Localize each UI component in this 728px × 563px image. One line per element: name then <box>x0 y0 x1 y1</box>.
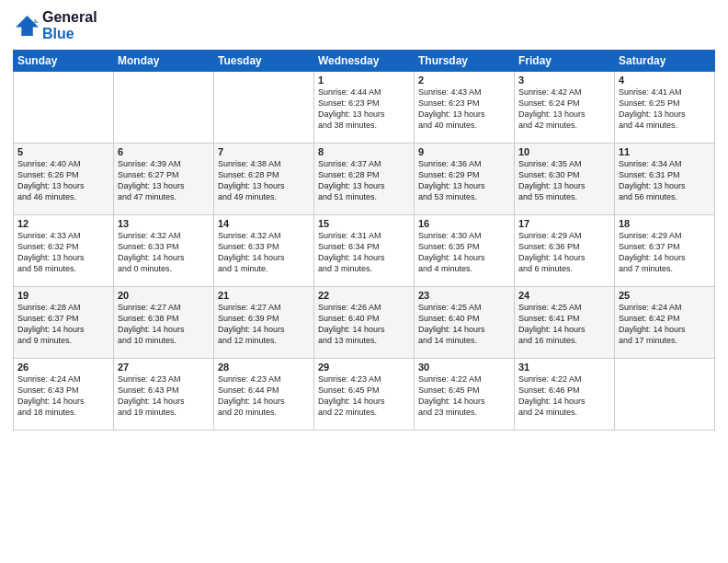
day-number: 20 <box>118 290 210 301</box>
day-info: Sunrise: 4:33 AM Sunset: 6:32 PM Dayligh… <box>17 230 109 275</box>
weekday-header-sunday: Sunday <box>14 51 114 72</box>
day-number: 21 <box>218 290 310 301</box>
day-info: Sunrise: 4:25 AM Sunset: 6:41 PM Dayligh… <box>518 302 610 347</box>
calendar-cell: 7Sunrise: 4:38 AM Sunset: 6:28 PM Daylig… <box>214 144 314 215</box>
calendar-table: SundayMondayTuesdayWednesdayThursdayFrid… <box>13 50 715 431</box>
day-number: 27 <box>118 362 210 373</box>
day-number: 10 <box>518 146 610 157</box>
calendar-cell: 3Sunrise: 4:42 AM Sunset: 6:24 PM Daylig… <box>515 72 615 144</box>
day-info: Sunrise: 4:22 AM Sunset: 6:46 PM Dayligh… <box>518 373 610 419</box>
week-row-5: 26Sunrise: 4:24 AM Sunset: 6:43 PM Dayli… <box>14 359 715 431</box>
weekday-header-saturday: Saturday <box>615 51 715 72</box>
day-number: 25 <box>619 290 711 301</box>
day-number: 6 <box>118 146 210 157</box>
day-number: 12 <box>17 218 109 229</box>
week-row-2: 5Sunrise: 4:40 AM Sunset: 6:26 PM Daylig… <box>14 144 715 215</box>
day-number: 31 <box>518 362 610 373</box>
day-info: Sunrise: 4:29 AM Sunset: 6:36 PM Dayligh… <box>518 230 610 275</box>
day-info: Sunrise: 4:41 AM Sunset: 6:25 PM Dayligh… <box>619 86 711 132</box>
day-number: 13 <box>118 218 210 229</box>
week-row-3: 12Sunrise: 4:33 AM Sunset: 6:32 PM Dayli… <box>14 215 715 287</box>
day-info: Sunrise: 4:37 AM Sunset: 6:28 PM Dayligh… <box>318 158 410 203</box>
calendar-cell: 2Sunrise: 4:43 AM Sunset: 6:23 PM Daylig… <box>415 72 515 144</box>
day-info: Sunrise: 4:29 AM Sunset: 6:37 PM Dayligh… <box>619 230 711 275</box>
weekday-header-wednesday: Wednesday <box>314 51 415 72</box>
day-info: Sunrise: 4:27 AM Sunset: 6:39 PM Dayligh… <box>218 302 310 347</box>
day-info: Sunrise: 4:40 AM Sunset: 6:26 PM Dayligh… <box>17 158 109 203</box>
day-info: Sunrise: 4:24 AM Sunset: 6:43 PM Dayligh… <box>17 373 109 419</box>
calendar-cell: 13Sunrise: 4:32 AM Sunset: 6:33 PM Dayli… <box>114 215 214 287</box>
calendar-cell <box>214 72 314 144</box>
day-number: 24 <box>518 290 610 301</box>
logo-text: General Blue <box>42 9 97 42</box>
calendar-cell: 11Sunrise: 4:34 AM Sunset: 6:31 PM Dayli… <box>615 144 715 215</box>
day-info: Sunrise: 4:43 AM Sunset: 6:23 PM Dayligh… <box>418 86 510 132</box>
day-number: 8 <box>318 146 410 157</box>
logo: General Blue <box>13 9 97 42</box>
day-number: 22 <box>318 290 410 301</box>
calendar-cell: 16Sunrise: 4:30 AM Sunset: 6:35 PM Dayli… <box>415 215 515 287</box>
calendar-cell: 21Sunrise: 4:27 AM Sunset: 6:39 PM Dayli… <box>214 287 314 359</box>
day-number: 16 <box>418 218 510 229</box>
weekday-header-tuesday: Tuesday <box>214 51 314 72</box>
day-number: 5 <box>17 146 109 157</box>
day-info: Sunrise: 4:32 AM Sunset: 6:33 PM Dayligh… <box>118 230 210 275</box>
page: General Blue SundayMondayTuesdayWednesda… <box>0 0 728 563</box>
day-number: 17 <box>518 218 610 229</box>
day-info: Sunrise: 4:23 AM Sunset: 6:43 PM Dayligh… <box>118 373 210 419</box>
day-info: Sunrise: 4:23 AM Sunset: 6:44 PM Dayligh… <box>218 373 310 419</box>
calendar-cell: 19Sunrise: 4:28 AM Sunset: 6:37 PM Dayli… <box>14 287 114 359</box>
calendar-cell: 4Sunrise: 4:41 AM Sunset: 6:25 PM Daylig… <box>615 72 715 144</box>
calendar-cell: 10Sunrise: 4:35 AM Sunset: 6:30 PM Dayli… <box>515 144 615 215</box>
weekday-header-friday: Friday <box>515 51 615 72</box>
weekday-header-thursday: Thursday <box>415 51 515 72</box>
day-info: Sunrise: 4:27 AM Sunset: 6:38 PM Dayligh… <box>118 302 210 347</box>
weekday-header-row: SundayMondayTuesdayWednesdayThursdayFrid… <box>14 51 715 72</box>
calendar-cell: 30Sunrise: 4:22 AM Sunset: 6:45 PM Dayli… <box>415 359 515 431</box>
day-number: 2 <box>418 75 510 86</box>
day-info: Sunrise: 4:35 AM Sunset: 6:30 PM Dayligh… <box>518 158 610 203</box>
calendar-cell: 6Sunrise: 4:39 AM Sunset: 6:27 PM Daylig… <box>114 144 214 215</box>
day-number: 3 <box>518 75 610 86</box>
calendar-cell: 9Sunrise: 4:36 AM Sunset: 6:29 PM Daylig… <box>415 144 515 215</box>
week-row-1: 1Sunrise: 4:44 AM Sunset: 6:23 PM Daylig… <box>14 72 715 144</box>
calendar-cell: 26Sunrise: 4:24 AM Sunset: 6:43 PM Dayli… <box>14 359 114 431</box>
calendar-cell <box>114 72 214 144</box>
day-number: 7 <box>218 146 310 157</box>
calendar-cell: 24Sunrise: 4:25 AM Sunset: 6:41 PM Dayli… <box>515 287 615 359</box>
day-number: 15 <box>318 218 410 229</box>
day-info: Sunrise: 4:38 AM Sunset: 6:28 PM Dayligh… <box>218 158 310 203</box>
svg-marker-0 <box>16 16 39 36</box>
calendar-cell: 20Sunrise: 4:27 AM Sunset: 6:38 PM Dayli… <box>114 287 214 359</box>
day-number: 18 <box>619 218 711 229</box>
day-info: Sunrise: 4:25 AM Sunset: 6:40 PM Dayligh… <box>418 302 510 347</box>
day-number: 4 <box>619 75 711 86</box>
day-info: Sunrise: 4:23 AM Sunset: 6:45 PM Dayligh… <box>318 373 410 419</box>
day-info: Sunrise: 4:26 AM Sunset: 6:40 PM Dayligh… <box>318 302 410 347</box>
calendar-cell: 31Sunrise: 4:22 AM Sunset: 6:46 PM Dayli… <box>515 359 615 431</box>
calendar-cell: 25Sunrise: 4:24 AM Sunset: 6:42 PM Dayli… <box>615 287 715 359</box>
day-info: Sunrise: 4:39 AM Sunset: 6:27 PM Dayligh… <box>118 158 210 203</box>
calendar-cell: 5Sunrise: 4:40 AM Sunset: 6:26 PM Daylig… <box>14 144 114 215</box>
logo-icon <box>13 13 39 39</box>
header: General Blue <box>13 9 715 42</box>
day-info: Sunrise: 4:34 AM Sunset: 6:31 PM Dayligh… <box>619 158 711 203</box>
day-number: 9 <box>418 146 510 157</box>
calendar-cell: 27Sunrise: 4:23 AM Sunset: 6:43 PM Dayli… <box>114 359 214 431</box>
day-number: 23 <box>418 290 510 301</box>
calendar-cell: 1Sunrise: 4:44 AM Sunset: 6:23 PM Daylig… <box>314 72 415 144</box>
calendar-cell: 28Sunrise: 4:23 AM Sunset: 6:44 PM Dayli… <box>214 359 314 431</box>
day-info: Sunrise: 4:30 AM Sunset: 6:35 PM Dayligh… <box>418 230 510 275</box>
calendar-cell: 22Sunrise: 4:26 AM Sunset: 6:40 PM Dayli… <box>314 287 415 359</box>
day-number: 26 <box>17 362 109 373</box>
weekday-header-monday: Monday <box>114 51 214 72</box>
day-number: 30 <box>418 362 510 373</box>
day-info: Sunrise: 4:44 AM Sunset: 6:23 PM Dayligh… <box>318 86 410 132</box>
calendar-cell <box>615 359 715 431</box>
calendar-cell: 8Sunrise: 4:37 AM Sunset: 6:28 PM Daylig… <box>314 144 415 215</box>
calendar-cell: 18Sunrise: 4:29 AM Sunset: 6:37 PM Dayli… <box>615 215 715 287</box>
day-number: 1 <box>318 75 410 86</box>
calendar-cell: 17Sunrise: 4:29 AM Sunset: 6:36 PM Dayli… <box>515 215 615 287</box>
day-info: Sunrise: 4:22 AM Sunset: 6:45 PM Dayligh… <box>418 373 510 419</box>
day-info: Sunrise: 4:24 AM Sunset: 6:42 PM Dayligh… <box>619 302 711 347</box>
